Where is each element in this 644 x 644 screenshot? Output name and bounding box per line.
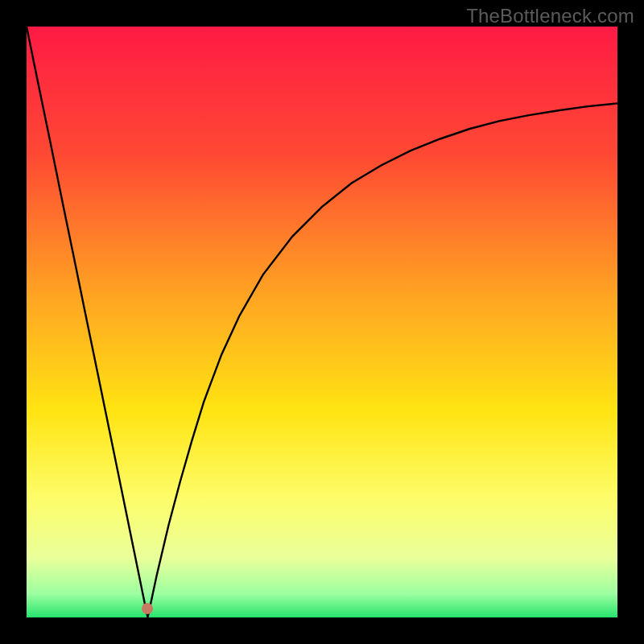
bottleneck-curve <box>27 27 617 617</box>
minimum-marker <box>142 603 153 614</box>
plot-area <box>27 27 617 617</box>
watermark-text: TheBottleneck.com <box>466 5 634 27</box>
curve-path <box>27 27 617 617</box>
chart-frame: TheBottleneck.com <box>0 0 644 644</box>
